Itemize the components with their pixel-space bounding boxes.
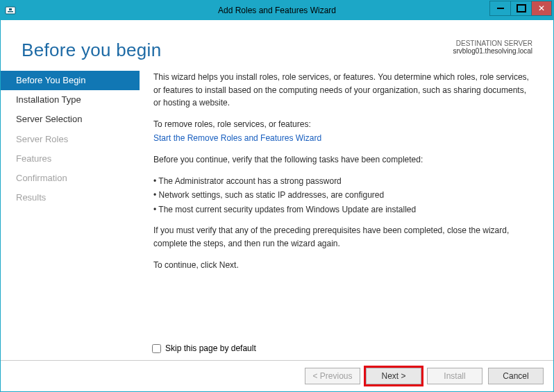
content-row: Before You Begin Installation Type Serve… bbox=[1, 71, 553, 280]
sidebar-item-server-selection[interactable]: Server Selection bbox=[1, 110, 140, 129]
sidebar-item-features: Features bbox=[1, 149, 140, 169]
prereq-item: The most current security updates from W… bbox=[153, 203, 532, 216]
close-button[interactable]: ✕ bbox=[531, 1, 552, 16]
main-content: This wizard helps you install roles, rol… bbox=[140, 71, 553, 280]
prereq-item: The Administrator account has a strong p… bbox=[153, 175, 532, 188]
verify-lead: Before you continue, verify that the fol… bbox=[153, 153, 532, 167]
continue-text: To continue, click Next. bbox=[153, 259, 532, 272]
svg-rect-1 bbox=[8, 11, 13, 12]
minimize-button[interactable] bbox=[489, 1, 510, 16]
remove-roles-link[interactable]: Start the Remove Roles and Features Wiza… bbox=[153, 132, 532, 145]
wizard-body: Before you begin DESTINATION SERVER srvb… bbox=[1, 20, 553, 391]
destination-info: DESTINATION SERVER srvblog01.thesolving.… bbox=[453, 40, 532, 55]
prereq-list: The Administrator account has a strong p… bbox=[153, 175, 532, 216]
maximize-button[interactable] bbox=[510, 1, 531, 16]
svg-rect-2 bbox=[9, 8, 12, 10]
prereq-item: Network settings, such as static IP addr… bbox=[153, 189, 532, 202]
header-area: Before you begin DESTINATION SERVER srvb… bbox=[1, 20, 553, 71]
wizard-footer: < Previous Next > Install Cancel bbox=[1, 360, 553, 391]
remove-lead: To remove roles, role services, or featu… bbox=[153, 118, 532, 131]
previous-button: < Previous bbox=[305, 368, 360, 384]
cancel-button[interactable]: Cancel bbox=[488, 368, 544, 384]
skip-label: Skip this page by default bbox=[165, 343, 256, 353]
install-button: Install bbox=[427, 368, 482, 384]
next-button[interactable]: Next > bbox=[366, 368, 421, 384]
window-controls: ✕ bbox=[489, 1, 553, 20]
wizard-sidebar: Before You Begin Installation Type Serve… bbox=[1, 71, 140, 280]
intro-text: This wizard helps you install roles, rol… bbox=[153, 71, 532, 110]
destination-server: srvblog01.thesolving.local bbox=[453, 47, 532, 55]
window-title: Add Roles and Features Wizard bbox=[0, 6, 554, 15]
page-title: Before you begin bbox=[22, 40, 161, 61]
wizard-window: Add Roles and Features Wizard ✕ Before y… bbox=[0, 0, 554, 392]
app-icon bbox=[5, 5, 16, 16]
sidebar-item-results: Results bbox=[1, 188, 140, 207]
sidebar-item-confirmation: Confirmation bbox=[1, 169, 140, 188]
sidebar-item-server-roles: Server Roles bbox=[1, 130, 140, 149]
skip-checkbox[interactable] bbox=[152, 344, 161, 353]
sidebar-item-installation-type[interactable]: Installation Type bbox=[1, 90, 140, 110]
main-wrap: Before You Begin Installation Type Serve… bbox=[1, 71, 553, 360]
skip-row: Skip this page by default bbox=[152, 343, 256, 353]
titlebar: Add Roles and Features Wizard ✕ bbox=[1, 1, 553, 20]
sidebar-item-before-you-begin[interactable]: Before You Begin bbox=[1, 71, 140, 90]
destination-label: DESTINATION SERVER bbox=[453, 40, 532, 47]
close-note: If you must verify that any of the prece… bbox=[153, 224, 532, 250]
